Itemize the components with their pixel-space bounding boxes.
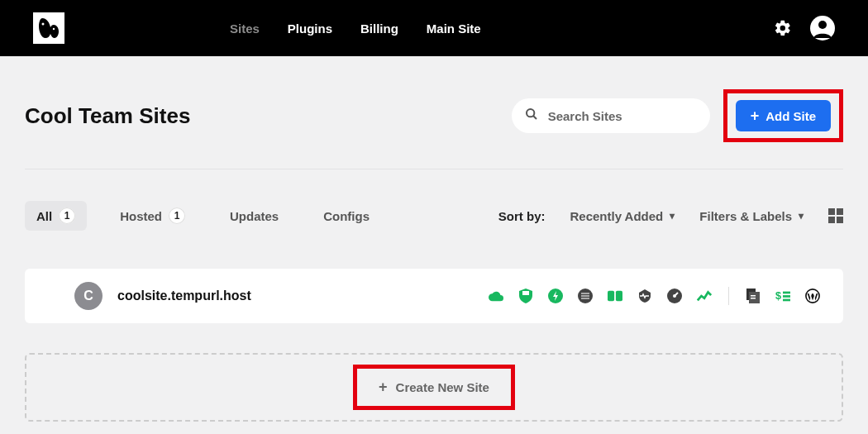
svg-rect-11 — [581, 298, 589, 299]
sort-value: Recently Added — [570, 209, 663, 223]
svg-rect-10 — [581, 295, 589, 297]
svg-point-4 — [527, 109, 534, 117]
svg-rect-9 — [581, 293, 589, 294]
performance-icon[interactable] — [548, 289, 563, 303]
svg-rect-18 — [751, 295, 756, 297]
create-new-site-label: Create New Site — [396, 380, 489, 394]
user-avatar-icon[interactable] — [810, 16, 835, 41]
grid-view-icon[interactable] — [828, 208, 843, 223]
page-title: Cool Team Sites — [25, 103, 190, 129]
svg-point-0 — [42, 23, 45, 26]
svg-point-1 — [53, 28, 55, 30]
svg-line-5 — [533, 116, 537, 119]
plus-icon: + — [379, 379, 388, 396]
main-nav: Sites Plugins Billing Main Site — [230, 21, 481, 36]
analytics-icon[interactable] — [697, 289, 712, 303]
chevron-down-icon: ▾ — [799, 210, 804, 222]
filter-tab-all[interactable]: All 1 — [25, 201, 87, 231]
svg-rect-12 — [608, 291, 614, 302]
search-icon — [525, 107, 538, 124]
cards-icon[interactable] — [608, 289, 622, 303]
plus-icon: + — [751, 108, 760, 123]
health-icon[interactable] — [637, 289, 652, 303]
svg-rect-19 — [751, 298, 756, 299]
filters-labels-text: Filters & Labels — [699, 209, 792, 223]
nav-sites[interactable]: Sites — [230, 21, 260, 36]
filter-tab-configs[interactable]: Configs — [312, 203, 381, 230]
filter-tab-hosted[interactable]: Hosted 1 — [108, 201, 197, 231]
create-new-site-button[interactable]: + Create New Site — [353, 365, 515, 410]
search-wrapper — [512, 98, 710, 133]
nav-main-site[interactable]: Main Site — [427, 21, 481, 36]
filter-toolbar: All 1 Hosted 1 Updates Configs Sort by: … — [25, 201, 843, 231]
gauge-icon[interactable] — [667, 289, 682, 303]
divider-line — [728, 287, 729, 305]
svg-rect-6 — [522, 291, 529, 295]
cloud-icon[interactable] — [489, 289, 503, 303]
pricing-icon[interactable]: $ — [775, 289, 790, 303]
divider — [25, 169, 843, 169]
site-name: coolsite.tempurl.host — [117, 289, 251, 303]
site-feature-icons: $ — [489, 287, 820, 305]
site-avatar: C — [74, 282, 103, 310]
brand-logo[interactable] — [33, 12, 64, 44]
stack-icon[interactable] — [578, 289, 593, 303]
wordpress-icon[interactable] — [805, 289, 820, 303]
filter-tab-count: 1 — [169, 207, 185, 224]
svg-rect-21 — [783, 292, 790, 294]
sort-dropdown[interactable]: Recently Added ▾ — [570, 209, 675, 223]
template-icon[interactable] — [746, 289, 761, 303]
svg-rect-13 — [616, 291, 622, 302]
search-input[interactable] — [512, 98, 710, 133]
svg-rect-22 — [783, 295, 790, 298]
svg-rect-23 — [783, 299, 790, 302]
add-site-button[interactable]: + Add Site — [736, 100, 831, 131]
svg-point-15 — [673, 294, 676, 298]
site-row[interactable]: C coolsite.tempurl.host $ — [25, 269, 843, 323]
filters-labels-dropdown[interactable]: Filters & Labels ▾ — [699, 209, 804, 223]
shield-icon[interactable] — [518, 289, 533, 303]
add-site-highlight: + Add Site — [723, 89, 843, 142]
nav-billing[interactable]: Billing — [360, 21, 398, 36]
settings-icon[interactable] — [774, 19, 792, 37]
sort-by-label: Sort by: — [498, 209, 546, 223]
topbar: Sites Plugins Billing Main Site — [0, 0, 868, 56]
svg-point-3 — [818, 21, 827, 29]
chevron-down-icon: ▾ — [670, 210, 675, 222]
svg-text:$: $ — [775, 291, 781, 303]
filter-tab-label: All — [36, 209, 52, 223]
filter-tab-label: Hosted — [120, 209, 162, 223]
filter-tab-updates[interactable]: Updates — [218, 203, 290, 230]
create-new-site-box: + Create New Site — [25, 353, 843, 422]
add-site-label: Add Site — [765, 109, 816, 123]
page-header: Cool Team Sites + Add Site — [25, 89, 843, 142]
filter-tab-count: 1 — [59, 207, 75, 224]
nav-plugins[interactable]: Plugins — [288, 21, 332, 36]
